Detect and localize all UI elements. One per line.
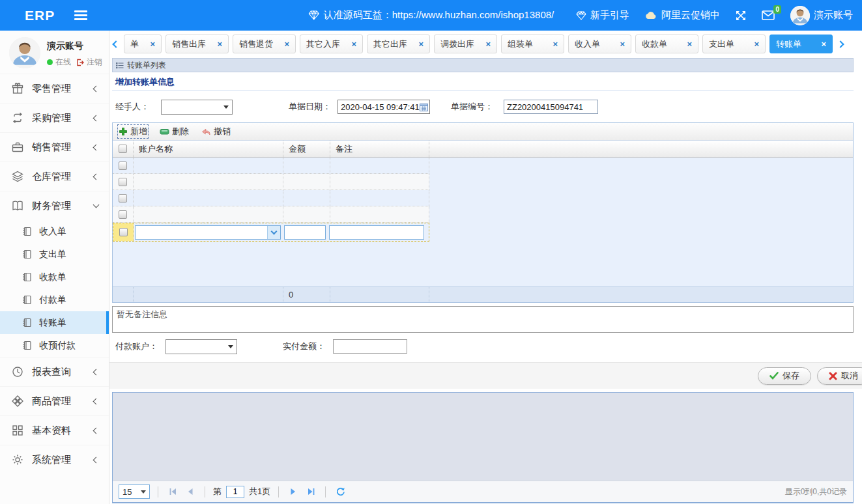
sidebar: 演示账号 在线 注销 零售管理 采购管理 销售管理 仓库管理 xyxy=(0,31,109,504)
table-row[interactable] xyxy=(113,206,429,223)
chevron-left-icon xyxy=(93,398,100,404)
sidebar-item-reports[interactable]: 报表查询 xyxy=(0,357,109,386)
page-size-select[interactable]: 15 xyxy=(119,484,150,499)
mail-icon[interactable]: 0 xyxy=(762,10,775,20)
date-input[interactable] xyxy=(338,100,430,114)
row-checkbox[interactable] xyxy=(119,194,127,203)
sidebar-item-prepaid[interactable]: 收预付款 xyxy=(0,334,109,357)
breadcrumb: 转账单列表 xyxy=(112,58,854,72)
account-combo-input[interactable] xyxy=(136,226,267,239)
agent-select[interactable] xyxy=(161,100,233,115)
tab-close-icon[interactable]: × xyxy=(687,39,692,49)
tab-close-icon[interactable]: × xyxy=(418,39,424,49)
table-edit-row[interactable] xyxy=(113,223,429,242)
paid-amount-input[interactable] xyxy=(333,339,407,354)
prev-page-button[interactable] xyxy=(184,488,197,496)
sidebar-item-warehouse[interactable]: 仓库管理 xyxy=(0,161,109,191)
tab-transfer[interactable]: 转账单× xyxy=(769,35,833,53)
detail-toolbar: 新增 删除 撤销 xyxy=(113,123,853,141)
caret-down-icon xyxy=(223,105,229,109)
combo-dropdown-button[interactable] xyxy=(267,226,280,239)
refresh-icon[interactable] xyxy=(334,487,347,497)
tab-doc[interactable]: 单× xyxy=(124,35,162,53)
save-button[interactable]: 保存 xyxy=(758,367,811,385)
next-page-button[interactable] xyxy=(287,488,300,496)
undo-button[interactable]: 撤销 xyxy=(201,126,231,137)
sidebar-item-income-doc[interactable]: 收入单 xyxy=(0,220,109,243)
row-checkbox[interactable] xyxy=(119,228,128,236)
sidebar-item-goods[interactable]: 商品管理 xyxy=(0,386,109,415)
amount-input[interactable] xyxy=(284,225,326,240)
tab-sales-out[interactable]: 销售出库× xyxy=(165,35,229,53)
row-checkbox[interactable] xyxy=(119,210,127,219)
table-row[interactable] xyxy=(113,158,429,174)
topbar-user[interactable]: 演示账号 xyxy=(790,6,853,25)
table-row[interactable] xyxy=(113,174,429,190)
tab-sales-return[interactable]: 销售退货× xyxy=(233,35,296,53)
doc-icon xyxy=(22,295,33,305)
select-all-checkbox[interactable] xyxy=(119,145,127,153)
row-checkbox[interactable] xyxy=(119,178,127,186)
logout-icon[interactable] xyxy=(76,59,84,66)
tab-assembly[interactable]: 组装单× xyxy=(501,35,564,53)
chevron-down-icon xyxy=(271,228,278,234)
fullscreen-icon[interactable] xyxy=(736,10,746,21)
row-checkbox[interactable] xyxy=(119,161,127,170)
tab-other-out[interactable]: 其它出库× xyxy=(367,35,430,53)
guide-link[interactable]: 新手引导 xyxy=(576,9,629,21)
tab-allocate-out[interactable]: 调拨出库× xyxy=(434,35,497,53)
first-page-button[interactable] xyxy=(166,488,179,496)
tab-receipt[interactable]: 收款单× xyxy=(635,35,698,53)
tab-close-icon[interactable]: × xyxy=(821,39,826,49)
undo-arrow-icon xyxy=(201,127,211,136)
tabs-scroll-right[interactable] xyxy=(837,35,844,53)
sidebar-item-expense-doc[interactable]: 支出单 xyxy=(0,243,109,266)
last-page-button[interactable] xyxy=(304,488,317,496)
hamburger-menu-icon[interactable] xyxy=(74,8,87,22)
calendar-icon[interactable] xyxy=(420,103,428,111)
notice-text[interactable]: 认准源码互益：https://www.huzhan.com/ishop13808… xyxy=(324,9,554,21)
sidebar-item-system[interactable]: 系统管理 xyxy=(0,445,109,474)
sidebar-item-payment-doc[interactable]: 付款单 xyxy=(0,288,109,311)
doc-no-input[interactable] xyxy=(504,100,598,114)
plus-icon xyxy=(119,127,128,136)
account-combobox[interactable] xyxy=(135,225,281,240)
tab-close-icon[interactable]: × xyxy=(351,39,356,49)
online-status-label: 在线 xyxy=(55,57,71,68)
table-row[interactable] xyxy=(113,190,429,206)
tab-close-icon[interactable]: × xyxy=(485,39,491,49)
briefcase-icon xyxy=(12,141,25,153)
tab-close-icon[interactable]: × xyxy=(754,39,759,49)
sidebar-item-finance[interactable]: 财务管理 xyxy=(0,191,109,220)
delete-row-button[interactable]: 删除 xyxy=(160,126,189,137)
tabs-scroll-left[interactable] xyxy=(112,35,120,53)
add-row-button[interactable]: 新增 xyxy=(119,126,147,137)
sidebar-item-retail[interactable]: 零售管理 xyxy=(0,74,109,103)
amount-total: 0 xyxy=(283,287,330,302)
tab-close-icon[interactable]: × xyxy=(284,39,289,49)
tab-close-icon[interactable]: × xyxy=(150,39,155,49)
avatar xyxy=(9,37,40,68)
sidebar-item-sales[interactable]: 销售管理 xyxy=(0,132,109,161)
app-logo: ERP xyxy=(25,8,55,23)
gem-icon xyxy=(576,11,586,20)
logout-link[interactable]: 注销 xyxy=(87,57,102,68)
remarks-textarea[interactable]: 暂无备注信息 xyxy=(112,306,854,333)
tab-close-icon[interactable]: × xyxy=(553,39,558,49)
tab-expense[interactable]: 支出单× xyxy=(702,35,766,53)
tab-income[interactable]: 收入单× xyxy=(568,35,631,53)
page-number-input[interactable] xyxy=(226,486,244,498)
list-icon xyxy=(116,62,124,69)
promo-link[interactable]: 阿里云促销中 xyxy=(645,9,720,21)
tab-other-in[interactable]: 其它入库× xyxy=(300,35,363,53)
sidebar-item-receipt-doc[interactable]: 收款单 xyxy=(0,266,109,288)
sidebar-item-transfer-doc[interactable]: 转账单 xyxy=(0,311,109,334)
note-input[interactable] xyxy=(329,225,424,240)
sidebar-item-purchase[interactable]: 采购管理 xyxy=(0,103,109,132)
date-label: 单据日期： xyxy=(289,101,331,113)
tab-close-icon[interactable]: × xyxy=(620,39,625,49)
tab-close-icon[interactable]: × xyxy=(217,39,222,49)
cancel-button[interactable]: 取消 xyxy=(817,367,862,385)
sidebar-item-basic-data[interactable]: 基本资料 xyxy=(0,415,109,445)
pay-account-select[interactable] xyxy=(165,339,237,354)
